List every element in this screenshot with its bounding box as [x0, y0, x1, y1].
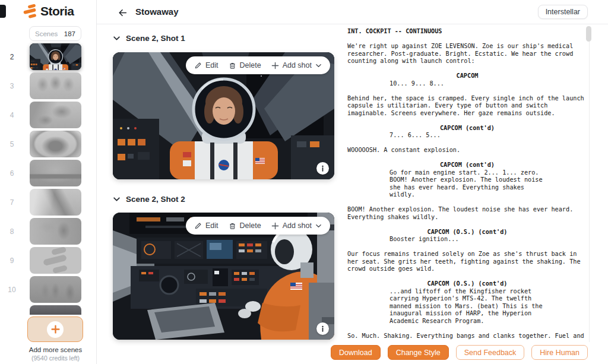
plus-icon — [271, 222, 279, 230]
brand-logo[interactable]: Storia — [23, 4, 74, 18]
scene-row: 7 — [0, 189, 97, 216]
scene-row: 9 — [0, 247, 97, 274]
script-line: carrying Hyperion's MTS-42. The twelfth — [347, 295, 587, 303]
script-line — [347, 199, 587, 207]
script-line — [347, 243, 587, 251]
script-line: CAPCOM (cont'd) — [347, 125, 587, 132]
script-line: counting along with launch control: — [347, 58, 587, 65]
script-line: her seat. She grits her teeth, fighting … — [347, 258, 587, 266]
scene-number: 6 — [0, 160, 24, 186]
add-scenes-label: Add more scenes — [7, 346, 104, 353]
screenplay-panel: INT. COCKPIT -- CONTINUOUS We're right u… — [347, 28, 587, 341]
scenes-count: 187 — [64, 30, 75, 37]
delete-button[interactable]: Delete — [229, 221, 261, 230]
add-shot-button[interactable]: Add shot — [271, 61, 322, 69]
scrollbar-thumb[interactable] — [586, 26, 591, 42]
shot-section-header-2[interactable]: Scene 2, Shot 2 — [113, 195, 185, 204]
storia-placeholder-icon — [30, 247, 81, 274]
scene-thumbnail[interactable] — [30, 218, 81, 245]
storia-app: Storia Scenes 187 2 3 4 5 6 7 — [0, 0, 608, 364]
plus-icon — [51, 325, 60, 334]
scene-thumbnail[interactable] — [30, 131, 81, 157]
script-line — [347, 65, 587, 73]
script-line: manned mission to Mars. (beat) This is t… — [347, 303, 587, 311]
scene-thumbnail[interactable] — [30, 72, 81, 99]
shot-card-1: Edit Delete Add shot — [113, 52, 334, 179]
script-line — [347, 117, 587, 125]
script-line — [347, 325, 587, 333]
scene-number: 8 — [0, 218, 24, 245]
script-line: Everything shakes wildly. — [347, 214, 587, 221]
info-button[interactable] — [316, 162, 329, 175]
back-button[interactable] — [116, 7, 128, 18]
shot-card-2: Edit Delete Add shot — [113, 213, 334, 340]
script-line: Booster ignition... — [347, 236, 587, 243]
scene-row: 4 — [0, 102, 97, 128]
edit-button[interactable]: Edit — [194, 221, 218, 230]
scene-thumbnail-partial[interactable] — [30, 305, 81, 315]
scenes-sidebar: Storia Scenes 187 2 3 4 5 6 7 — [0, 0, 97, 364]
delete-label: Delete — [240, 221, 261, 230]
scene-thumbnail[interactable] — [30, 102, 81, 128]
send-feedback-button[interactable]: Send Feedback — [456, 345, 525, 360]
hire-human-button[interactable]: Hire Human — [531, 345, 588, 360]
delete-button[interactable]: Delete — [229, 61, 261, 69]
script-line: Academic Research Program. — [347, 318, 587, 325]
script-line: CAPCOM (O.S.) (cont'd) — [347, 229, 587, 236]
scene-thumbnail[interactable] — [30, 189, 81, 216]
change-style-button[interactable]: Change Style — [388, 345, 449, 360]
project-title: Stowaway — [135, 7, 179, 17]
script-line: So. Much. Shaking. Everything bangs and … — [347, 333, 587, 340]
script-line: CAPCOM — [347, 72, 587, 80]
script-line: INT. COCKPIT -- CONTINUOUS — [347, 28, 587, 36]
info-icon — [320, 325, 325, 332]
add-scenes-button[interactable] — [27, 316, 83, 342]
info-button[interactable] — [316, 322, 329, 335]
scene-thumbnail[interactable] — [30, 276, 81, 303]
chevron-down-icon — [113, 34, 121, 42]
brand-name: Storia — [40, 4, 74, 18]
script-line: researcher. Post-graduate. Bright. Ecsta… — [347, 50, 587, 58]
script-line — [347, 140, 587, 147]
scene-number: 7 — [0, 189, 24, 216]
scene-row: 6 — [0, 160, 97, 186]
scene-number: 9 — [0, 247, 24, 274]
script-line: imaginable. Screens everywhere. Her gaze… — [347, 110, 587, 118]
chevron-down-icon — [315, 62, 322, 69]
plus-icon — [271, 62, 279, 69]
script-line — [347, 87, 587, 95]
scrollbar-track — [589, 26, 590, 342]
edit-label: Edit — [205, 221, 218, 230]
scene-thumbnail[interactable] — [30, 160, 81, 186]
arrow-left-icon — [118, 8, 128, 18]
pencil-icon — [194, 62, 202, 69]
script-line — [347, 273, 587, 281]
script-line: crowd outside goes wild. — [347, 265, 587, 273]
download-button[interactable]: Download — [331, 345, 381, 360]
scene-number: 5 — [0, 131, 24, 157]
script-line: wildly. — [347, 191, 587, 199]
add-shot-button[interactable]: Add shot — [271, 221, 322, 230]
style-preset-button[interactable]: Interstellar — [538, 5, 588, 19]
script-line: inaugural mission of HARP, the Hyperion — [347, 310, 587, 318]
scene-thumbnail-active[interactable] — [30, 43, 81, 70]
shot-section-header-1[interactable]: Scene 2, Shot 1 — [113, 34, 185, 43]
credits-note: (9540 credits left) — [7, 354, 104, 362]
plus-circle — [47, 321, 64, 338]
script-line: WOOOOOSH. A constant explosion. — [347, 147, 587, 154]
script-line: Behind her, the space is cramped. Every … — [347, 95, 587, 103]
shot-title: Scene 2, Shot 1 — [126, 34, 185, 43]
scene-row: 5 — [0, 131, 97, 157]
scene-number: 3 — [0, 72, 24, 99]
storia-logo-icon — [23, 4, 37, 18]
scene-2-thumb-art — [30, 43, 81, 70]
edit-button[interactable]: Edit — [194, 61, 218, 69]
scene-thumbnail-placeholder[interactable] — [30, 247, 81, 274]
shot-toolbar: Edit Delete Add shot — [186, 217, 330, 235]
info-icon — [320, 165, 325, 172]
script-line: CAPCOM (cont'd) — [347, 162, 587, 169]
header-divider — [97, 24, 608, 24]
script-line — [347, 221, 587, 229]
script-line — [347, 154, 587, 162]
edit-label: Edit — [205, 61, 218, 69]
